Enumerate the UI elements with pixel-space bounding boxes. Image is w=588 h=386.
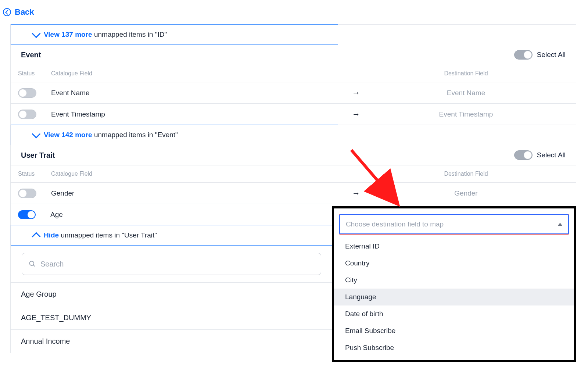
back-label: Back bbox=[15, 7, 34, 17]
age-label: Age bbox=[50, 211, 63, 219]
event-column-headers: Status Catalogue Field Destination Field bbox=[11, 65, 576, 82]
user-trait-title: User Trait bbox=[21, 151, 55, 160]
dd-option-city[interactable]: City bbox=[334, 272, 574, 289]
dd-option-push-subscribe[interactable]: Push Subscribe bbox=[334, 339, 574, 356]
list-item-label: Annual Income bbox=[21, 337, 70, 345]
event-timestamp-label: Event Timestamp bbox=[51, 110, 105, 118]
hide-rest: unmapped items in "User Trait" bbox=[59, 231, 157, 239]
chevron-down-icon bbox=[32, 129, 40, 138]
chevron-down-icon bbox=[32, 29, 40, 38]
destination-field-select[interactable]: Choose destination field to map bbox=[339, 214, 569, 234]
col-catalogue: Catalogue Field bbox=[51, 70, 349, 77]
expand-id-row[interactable]: View 137 more unmapped items in "ID" bbox=[11, 24, 338, 45]
list-item-label: AGE_TEST_DUMMY bbox=[21, 314, 91, 322]
expand-event-link: View 142 more bbox=[44, 131, 92, 139]
user-trait-section-header: User Trait Select All bbox=[11, 145, 576, 165]
age-toggle[interactable] bbox=[18, 210, 36, 219]
search-input[interactable]: Search bbox=[22, 253, 321, 275]
dd-option-label: Email Subscribe bbox=[345, 327, 395, 335]
event-name-toggle[interactable] bbox=[18, 88, 36, 98]
event-title: Event bbox=[21, 51, 41, 59]
arrow-right-icon: → bbox=[349, 88, 363, 98]
svg-line-1 bbox=[33, 265, 35, 267]
col-destination: Destination Field bbox=[363, 70, 569, 77]
chevron-up-icon bbox=[32, 232, 40, 241]
col-destination: Destination Field bbox=[363, 171, 569, 177]
back-link[interactable]: Back bbox=[0, 0, 588, 24]
arrow-right-icon: → bbox=[349, 110, 363, 119]
col-status: Status bbox=[18, 70, 51, 77]
event-name-label: Event Name bbox=[51, 89, 90, 97]
expand-event-row[interactable]: View 142 more unmapped items in "Event" bbox=[11, 125, 338, 145]
search-placeholder: Search bbox=[40, 260, 64, 268]
col-catalogue: Catalogue Field bbox=[51, 171, 349, 177]
expand-id-link: View 137 more bbox=[44, 31, 92, 38]
dd-option-label: Date of birth bbox=[345, 310, 383, 318]
dd-option-language[interactable]: Language bbox=[334, 289, 574, 305]
gender-toggle[interactable] bbox=[18, 189, 36, 198]
hide-link: Hide bbox=[44, 231, 59, 239]
list-item-label: Age Group bbox=[21, 290, 57, 298]
back-icon bbox=[3, 8, 11, 16]
event-timestamp-toggle[interactable] bbox=[18, 110, 36, 119]
dd-option-country[interactable]: Country bbox=[334, 255, 574, 272]
destination-field-placeholder: Choose destination field to map bbox=[346, 220, 444, 228]
dd-option-dob[interactable]: Date of birth bbox=[334, 305, 574, 322]
dd-option-external-id[interactable]: External ID bbox=[334, 238, 574, 255]
event-section-header: Event Select All bbox=[11, 45, 576, 65]
user-trait-select-all-label: Select All bbox=[537, 151, 566, 159]
arrow-right-icon: → bbox=[349, 189, 363, 198]
event-name-dest: Event Name bbox=[363, 89, 569, 97]
table-row: Gender → Gender bbox=[11, 183, 576, 204]
gender-label: Gender bbox=[51, 189, 74, 197]
gender-dest: Gender bbox=[363, 189, 569, 197]
expand-id-rest: unmapped items in "ID" bbox=[92, 31, 167, 38]
dd-option-label: Country bbox=[345, 259, 370, 267]
table-row: Event Timestamp → Event Timestamp bbox=[11, 104, 576, 125]
caret-up-icon bbox=[558, 223, 562, 226]
dd-option-email-subscribe[interactable]: Email Subscribe bbox=[334, 322, 574, 339]
event-timestamp-dest: Event Timestamp bbox=[363, 110, 569, 118]
dd-option-label: Language bbox=[345, 293, 376, 301]
dd-option-label: Push Subscribe bbox=[345, 344, 394, 351]
user-trait-column-headers: Status Catalogue Field Destination Field bbox=[11, 165, 576, 183]
svg-point-0 bbox=[30, 261, 34, 266]
event-select-all-toggle[interactable] bbox=[514, 50, 533, 60]
destination-field-options: External ID Country City Language Date o… bbox=[334, 236, 574, 360]
dd-option-label: City bbox=[345, 276, 357, 284]
dd-option-label: External ID bbox=[345, 242, 380, 250]
user-trait-select-all-toggle[interactable] bbox=[514, 150, 533, 160]
table-row: Event Name → Event Name bbox=[11, 82, 576, 104]
destination-dropdown-overlay: Choose destination field to map External… bbox=[332, 206, 576, 362]
event-select-all-label: Select All bbox=[537, 51, 566, 59]
col-status: Status bbox=[18, 171, 51, 177]
search-icon bbox=[29, 260, 36, 268]
expand-event-rest: unmapped items in "Event" bbox=[92, 131, 178, 139]
